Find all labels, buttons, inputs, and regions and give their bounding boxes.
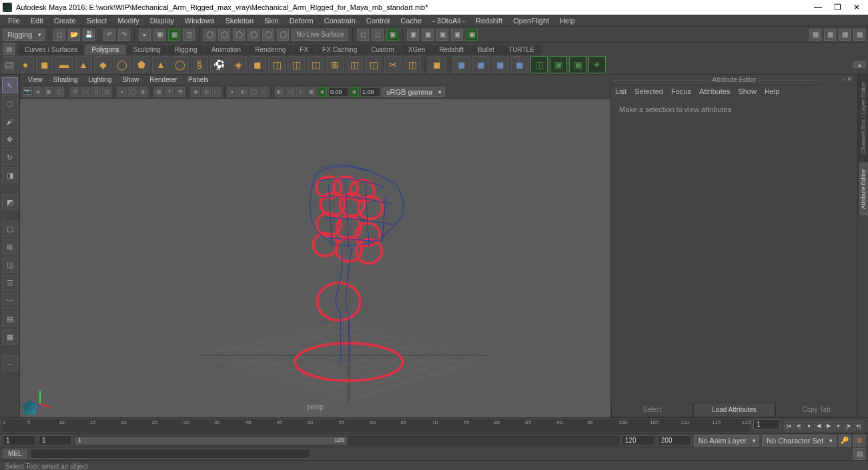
mirror-icon[interactable]: ◼ [453, 56, 470, 73]
vt-green2-icon[interactable]: ◆ [350, 87, 359, 97]
shelf-tab-rendering[interactable]: Rendering [248, 45, 292, 55]
menu-skeleton[interactable]: Skeleton [220, 15, 259, 26]
menu-3dtoall[interactable]: - 3DtoAll - [427, 15, 470, 26]
script-editor-icon[interactable]: ▤ [853, 448, 865, 460]
vt-frame-icon[interactable]: ▣ [307, 87, 316, 97]
poly-sphere-icon[interactable]: ● [17, 56, 34, 73]
amenu-help[interactable]: Help [765, 87, 780, 95]
range-thumb[interactable]: 1 120 [75, 437, 347, 445]
select-multi-icon[interactable]: ◫ [183, 29, 195, 41]
amenu-show[interactable]: Show [738, 87, 757, 95]
shelf-tab-fxcaching[interactable]: FX Caching [316, 45, 364, 55]
menuset-dropdown[interactable]: Rigging [3, 29, 45, 41]
menu-help[interactable]: Help [554, 15, 580, 26]
poly-torus-icon[interactable]: ◯ [113, 56, 131, 73]
vmenu-renderer[interactable]: Renderer [144, 75, 183, 84]
shelf-tab-animation[interactable]: Animation [205, 45, 248, 55]
select-hierarchy-icon[interactable]: ▸ [139, 29, 151, 41]
menu-create[interactable]: Create [49, 15, 81, 26]
vmenu-show[interactable]: Show [117, 75, 144, 84]
menu-windows[interactable]: Windows [179, 15, 220, 26]
quad-draw-icon[interactable]: ◼ [492, 56, 509, 73]
insert-loop-icon[interactable]: ◫ [365, 56, 382, 73]
anim-layer-dropdown[interactable]: No Anim Layer [694, 435, 759, 447]
graph-editor-icon[interactable]: 〰 [2, 293, 18, 309]
vt-tex-icon[interactable]: ▦ [154, 87, 163, 97]
scroll-up-icon[interactable]: ▴ [853, 61, 865, 68]
vt-prev-icon[interactable]: ◁ [286, 87, 295, 97]
shelf-menu-icon[interactable]: ▤ [3, 43, 15, 55]
maximize-button[interactable]: ❐ [834, 3, 841, 12]
vt-grid-icon[interactable]: ⊞ [70, 87, 79, 97]
vtab-channel-box[interactable]: Channel Box / Layer Editor [858, 75, 869, 161]
colorspace-dropdown[interactable]: sRGB gamma [382, 87, 445, 97]
vt-wireshade-icon[interactable]: ◐ [139, 87, 148, 97]
shelf-tab-curves[interactable]: Curves / Surfaces [18, 45, 84, 55]
boolean-diff-icon[interactable]: ▣ [550, 56, 567, 73]
go-end-icon[interactable]: ▸| [854, 421, 863, 431]
close-button[interactable]: ✕ [853, 3, 860, 12]
viewport-3d[interactable]: persp [20, 99, 610, 417]
shelf-tab-rigging[interactable]: Rigging [168, 45, 204, 55]
shelf-tab-custom[interactable]: Custom [364, 45, 400, 55]
collapse-icon[interactable]: - [2, 355, 18, 371]
shelf-tab-sculpting[interactable]: Sculpting [127, 45, 167, 55]
make-live-icon[interactable]: ◯ [277, 29, 289, 41]
range-track[interactable]: 1 120 [75, 436, 619, 445]
vt-xray-icon[interactable]: ◎ [201, 87, 211, 97]
range-start-outer-input[interactable] [3, 435, 36, 445]
snap-plane-icon[interactable]: ◯ [248, 29, 260, 41]
vt-motion-icon[interactable]: ◐ [238, 87, 248, 97]
combine-icon[interactable]: ◫ [268, 56, 286, 73]
menu-redshift[interactable]: Redshift [470, 15, 508, 26]
vmenu-panels[interactable]: Panels [183, 75, 214, 84]
vt-shadow-icon[interactable]: ◓ [175, 87, 185, 97]
snap-point-icon[interactable]: ◯ [233, 29, 245, 41]
vtab-attribute-editor[interactable]: Attribute Editor [858, 162, 869, 217]
amenu-selected[interactable]: Selected [634, 87, 663, 95]
vt-wire-icon[interactable]: ◯ [128, 87, 137, 97]
vt-camera-icon[interactable]: 📷 [23, 87, 32, 97]
poly-platonic-icon[interactable]: ◈ [230, 56, 247, 73]
vt-bookmark-icon[interactable]: ◈ [33, 87, 43, 97]
amenu-attributes[interactable]: Attributes [699, 87, 730, 95]
minimize-button[interactable]: — [814, 3, 822, 12]
mel-input[interactable] [30, 449, 310, 459]
menu-file[interactable]: File [3, 15, 25, 26]
attr-load-button[interactable]: Load Attributes [693, 403, 775, 417]
current-frame-input[interactable] [753, 419, 780, 429]
toggle-history-icon[interactable]: ◻ [372, 29, 384, 41]
move-tool-icon[interactable]: ✥ [2, 131, 18, 147]
ipr-render-icon[interactable]: ▣ [422, 29, 434, 41]
vt-image-icon[interactable]: ▣ [44, 87, 53, 97]
shelf-tab-xgen[interactable]: XGen [402, 45, 432, 55]
smooth-icon[interactable]: ◼ [428, 56, 446, 73]
custom-layout-icon[interactable]: ▦ [2, 329, 18, 345]
amenu-focus[interactable]: Focus [671, 87, 691, 95]
boolean-union-icon[interactable]: ◫ [530, 56, 548, 73]
hypershade-layout-icon[interactable]: ▤ [2, 311, 18, 327]
boolean-inter-icon[interactable]: ▣ [569, 56, 586, 73]
two-pane-icon[interactable]: ◫ [2, 257, 18, 273]
menu-modify[interactable]: Modify [112, 15, 144, 26]
vt-res-icon[interactable]: ◫ [102, 87, 111, 97]
lasso-tool-icon[interactable]: ◌ [2, 95, 18, 111]
go-start-icon[interactable]: |◂ [784, 421, 793, 431]
render-setup-icon[interactable]: ▣ [466, 29, 478, 41]
poly-pipe-icon[interactable]: ◯ [171, 56, 189, 73]
snap-curve-icon[interactable]: ◯ [218, 29, 230, 41]
shelf-tab-fx[interactable]: FX [293, 45, 315, 55]
poly-pyramid-icon[interactable]: ▲ [152, 56, 169, 73]
rotate-tool-icon[interactable]: ↻ [2, 149, 18, 165]
menu-control[interactable]: Control [361, 15, 395, 26]
render-settings-icon[interactable]: ▣ [436, 29, 448, 41]
poly-plane-icon[interactable]: ◆ [94, 56, 111, 73]
sculpt-icon[interactable]: ◼ [472, 56, 490, 73]
vt-gate-icon[interactable]: ▯ [91, 87, 101, 97]
amenu-list[interactable]: List [615, 87, 626, 95]
vt-green1-icon[interactable]: ◆ [318, 87, 327, 97]
mel-label[interactable]: MEL [3, 449, 27, 459]
create-poly-icon[interactable]: ◼ [511, 56, 528, 73]
snap-grid-icon[interactable]: ◯ [203, 29, 215, 41]
vmenu-view[interactable]: View [23, 75, 48, 84]
